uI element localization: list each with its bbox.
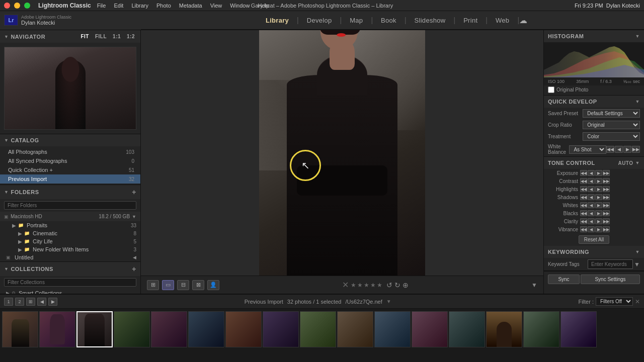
folder-new-items[interactable]: ▶ 📁 New Folder With Items 3	[0, 245, 140, 253]
keywording-header[interactable]: Keywording ▼	[544, 246, 644, 258]
vibrance-dec-large[interactable]: ◀◀	[580, 226, 587, 232]
shadows-dec-large[interactable]: ◀◀	[580, 194, 587, 200]
film-thumb-16[interactable]	[560, 311, 597, 347]
folder-untitled[interactable]: ▣ Untitled ◀	[0, 253, 140, 261]
contrast-inc[interactable]: ▶	[595, 178, 602, 184]
sync-settings-button[interactable]: Sync Settings	[581, 275, 640, 284]
cloud-icon[interactable]: ☁	[519, 16, 527, 25]
highlights-dec[interactable]: ◀	[588, 186, 595, 192]
vibrance-dec[interactable]: ◀	[588, 226, 595, 232]
film-thumb-9[interactable]	[300, 311, 336, 347]
highlights-inc[interactable]: ▶	[595, 186, 602, 192]
film-thumb-10[interactable]	[337, 311, 373, 347]
fit-btn-fit[interactable]: FIT	[79, 33, 91, 40]
clarity-inc-large[interactable]: ▶▶	[603, 218, 610, 224]
smart-collections-item[interactable]: ▶ ⚙ Smart Collections	[0, 289, 140, 294]
wb-decrease-small-button[interactable]: ◀	[615, 146, 623, 153]
star-2[interactable]: ★	[357, 282, 363, 289]
nav-prev-button[interactable]: ◀	[37, 298, 46, 306]
shadows-inc[interactable]: ▶	[595, 194, 602, 200]
vibrance-inc[interactable]: ▶	[595, 226, 602, 232]
loupe-view-button[interactable]: ▭	[162, 280, 174, 290]
film-thumb-2[interactable]	[39, 311, 75, 347]
film-thumb-6[interactable]	[188, 311, 224, 347]
clarity-dec[interactable]: ◀	[588, 218, 595, 224]
film-thumb-14[interactable]	[486, 311, 522, 347]
quick-develop-header[interactable]: Quick Develop ▼	[544, 96, 644, 108]
reset-all-button[interactable]: Reset All	[579, 235, 609, 244]
clarity-dec-large[interactable]: ◀◀	[580, 218, 587, 224]
nav-map[interactable]: Map	[342, 13, 371, 28]
wb-increase-button[interactable]: ▶▶	[632, 146, 640, 153]
folder-search-input[interactable]	[4, 201, 136, 210]
blacks-inc-large[interactable]: ▶▶	[603, 210, 610, 216]
exposure-inc[interactable]: ▶	[595, 170, 602, 176]
sync-button[interactable]: Sync	[548, 275, 580, 284]
rotate-right-button[interactable]: ↻	[394, 281, 400, 289]
flag-rejected-button[interactable]: ✕	[342, 280, 349, 290]
toolbar-collapse-button[interactable]: ▼	[531, 282, 537, 289]
page-num-2[interactable]: 2	[15, 298, 24, 306]
minimize-dot[interactable]	[14, 3, 20, 9]
nav-grid-button[interactable]: ⊞	[26, 298, 35, 306]
main-photo[interactable]: ↖	[259, 30, 425, 276]
exposure-dec[interactable]: ◀	[588, 170, 595, 176]
fit-btn-1to2[interactable]: 1:2	[125, 33, 136, 40]
blacks-dec-large[interactable]: ◀◀	[580, 210, 587, 216]
folders-header[interactable]: ▼ Folders +	[0, 185, 140, 199]
folder-cinematic[interactable]: ▶ 📁 Cinematic 8	[0, 229, 140, 237]
film-thumb-1[interactable]	[2, 311, 38, 347]
keyword-options-icon[interactable]: ▼	[634, 261, 640, 268]
shadows-inc-large[interactable]: ▶▶	[603, 194, 610, 200]
collections-add-button[interactable]: +	[132, 265, 136, 273]
wb-increase-small-button[interactable]: ▶	[623, 146, 631, 153]
filmstrip-dropdown-icon[interactable]: ▼	[386, 299, 391, 304]
catalog-quick-collection[interactable]: Quick Collection + 51	[0, 165, 140, 174]
contrast-dec[interactable]: ◀	[588, 178, 595, 184]
highlights-dec-large[interactable]: ◀◀	[580, 186, 587, 192]
exposure-dec-large[interactable]: ◀◀	[580, 170, 587, 176]
survey-view-button[interactable]: ⊠	[192, 280, 204, 290]
catalog-all-photos[interactable]: All Photographs 103	[0, 147, 140, 156]
film-thumb-3-selected[interactable]	[76, 311, 113, 347]
film-thumb-11[interactable]	[374, 311, 411, 347]
exposure-inc-large[interactable]: ▶▶	[603, 170, 610, 176]
folder-city-life[interactable]: ▶ 📁 City Life 5	[0, 237, 140, 245]
film-thumb-5[interactable]	[151, 311, 187, 347]
people-view-button[interactable]: 👤	[207, 280, 219, 290]
star-3[interactable]: ★	[364, 282, 369, 289]
maximize-dot[interactable]	[24, 3, 30, 9]
rotate-left-button[interactable]: ↺	[386, 281, 392, 289]
star-1[interactable]: ★	[351, 282, 356, 289]
wb-decrease-button[interactable]: ◀◀	[606, 146, 614, 153]
nav-slideshow[interactable]: Slideshow	[407, 13, 454, 28]
film-thumb-8[interactable]	[263, 311, 299, 347]
whites-dec-large[interactable]: ◀◀	[580, 202, 587, 208]
star-4[interactable]: ★	[370, 282, 376, 289]
menu-view[interactable]: View	[208, 2, 224, 10]
histogram-header[interactable]: Histogram ▼	[544, 30, 644, 42]
fit-btn-1to1[interactable]: 1:1	[111, 33, 122, 40]
star-5[interactable]: ★	[377, 282, 382, 289]
shadows-dec[interactable]: ◀	[588, 194, 595, 200]
nav-develop[interactable]: Develop	[299, 13, 340, 28]
menu-file[interactable]: File	[95, 2, 108, 10]
vibrance-inc-large[interactable]: ▶▶	[603, 226, 610, 232]
catalog-previous-import[interactable]: Previous Import 32	[0, 174, 140, 184]
nav-next-button[interactable]: ▶	[48, 298, 57, 306]
menu-metadata[interactable]: Metadata	[177, 2, 204, 10]
contrast-inc-large[interactable]: ▶▶	[603, 178, 610, 184]
clarity-inc[interactable]: ▶	[595, 218, 602, 224]
menu-edit[interactable]: Edit	[112, 2, 125, 10]
white-balance-select[interactable]: As Shot	[569, 145, 606, 154]
fit-btn-fill[interactable]: FILL	[94, 33, 108, 40]
catalog-header[interactable]: ▼ Catalog	[0, 134, 140, 146]
keyword-input[interactable]	[588, 259, 633, 269]
tone-control-header[interactable]: Tone Control Auto ▼	[544, 157, 644, 169]
whites-inc[interactable]: ▶	[595, 202, 602, 208]
whites-inc-large[interactable]: ▶▶	[603, 202, 610, 208]
folders-add-button[interactable]: +	[132, 188, 136, 196]
menu-window[interactable]: Window	[228, 2, 252, 10]
compare-view-button[interactable]: ⊟	[177, 280, 189, 290]
page-num-1[interactable]: 1	[4, 298, 13, 306]
